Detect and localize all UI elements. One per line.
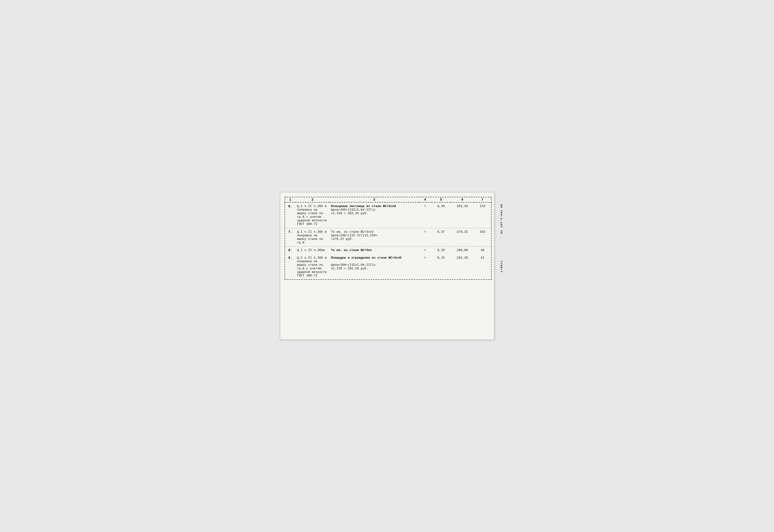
header-col6: 6 xyxy=(451,197,474,202)
row-unit: т xyxy=(424,230,426,234)
header-col4: 4 xyxy=(419,197,432,202)
header-col1: 1 xyxy=(285,197,296,202)
side-label-1: ЭП 704-1-157 xyxy=(500,204,503,228)
row-price: 282,28 xyxy=(457,204,468,208)
side-label-3: 7799/7 xyxy=(500,261,503,273)
row-price: 282,28 xyxy=(457,256,468,260)
row-desc-line1: Кольцевая лестница из стали ВСт3сп5 xyxy=(331,204,396,208)
row-code: 42 xyxy=(481,256,484,260)
row-desc-line3: xI,I58 = 282,28 руб. xyxy=(331,212,368,215)
row-qty: 0,I9 xyxy=(437,248,445,252)
row-code: I02 xyxy=(480,230,485,234)
table-row: 8. Ц.I ч.II п.366в То же, из стали ВСт3к… xyxy=(285,247,491,254)
row-code: IIO xyxy=(480,204,485,208)
row-desc-line3: xI,I58 = 282,28 руб. xyxy=(331,267,368,270)
row-desc-line2: Цена=260+(I3I-II7)xI,I58= xyxy=(331,234,377,237)
row-number: 9. xyxy=(288,256,292,260)
row-desc-line3: =276,2I руб. xyxy=(331,237,353,241)
row-desc-line1: То же, из стали ВСт3кп xyxy=(331,248,372,252)
row-ref: Ц.I ч.II п.366 в поправка на марку стали… xyxy=(297,256,327,277)
row-desc-line1: То же, из стали ВСт3сп2 xyxy=(331,230,374,234)
header-col5: 5 xyxy=(432,197,451,202)
header-col7: 7 xyxy=(474,197,491,202)
row-unit: т xyxy=(424,204,426,208)
row-number: 7. xyxy=(288,230,292,234)
row-qty: 0,I5 xyxy=(437,256,445,260)
row-ref: Ц.I ч.II п.366 в поправка на марку стали… xyxy=(297,230,327,244)
table-row: 7. Ц.I ч.II п.366 в поправка на марку ст… xyxy=(285,228,491,246)
row-code: 49 xyxy=(481,248,484,252)
row-qty: 0,39 xyxy=(437,204,445,208)
row-desc-line2: Цена=260+(I3IxI,04-II7)x xyxy=(331,263,375,267)
row-unit: т xyxy=(424,256,426,260)
row-price: 276,2I xyxy=(457,230,468,234)
row-desc-line2: Цена=260+(I3IxI,04-II7)x xyxy=(331,208,375,212)
header-col2: 2 xyxy=(296,197,330,202)
row-desc-line1: Площадки и ограждения из стали ВСт3сп5 xyxy=(331,256,401,260)
table-row: 6. Ц.I ч.II п.366 в поправка на марку ст… xyxy=(285,202,491,228)
table-row: 9. Ц.I ч.II п.366 в поправка на марку ст… xyxy=(285,254,491,279)
row-ref: Ц.I ч.II п.366 в поправка на марку стали… xyxy=(297,204,327,226)
side-label-2: I8 xyxy=(500,230,503,234)
row-unit: т xyxy=(424,248,426,252)
header-col3: 3 xyxy=(330,197,419,202)
row-ref: Ц.I ч.II п.366в xyxy=(297,248,325,252)
row-qty: 0,37 xyxy=(437,230,445,234)
row-number: 6. xyxy=(288,204,292,208)
row-price: 260,00 xyxy=(457,248,468,252)
row-number: 8. xyxy=(288,248,292,252)
